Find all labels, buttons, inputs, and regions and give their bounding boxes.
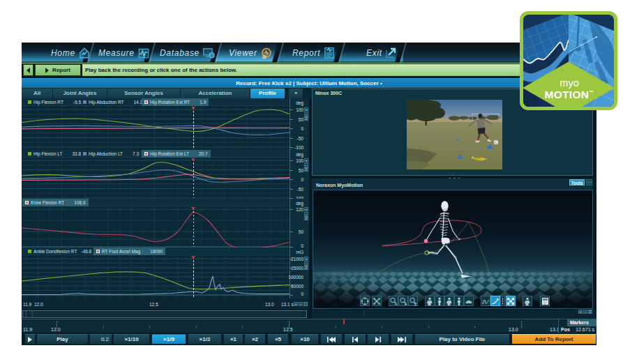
svg-text:myo: myo [560, 77, 578, 89]
svg-text:MOTION™: MOTION™ [544, 89, 594, 100]
